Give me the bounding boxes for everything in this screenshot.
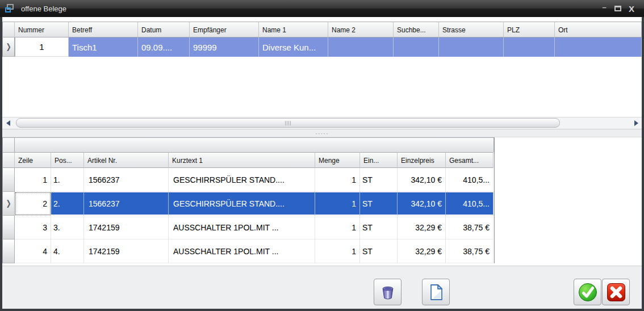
position-row-3[interactable]: 3 3. 1742159 AUSSCHALTER 1POL.MIT ... 1 … xyxy=(2,216,494,239)
cell-gesamt[interactable]: 38,75 € xyxy=(446,239,494,263)
position-row-2-selected[interactable]: ❯ 2 2. 1566237 GESCHIRRSPÜLER STAND.... … xyxy=(2,192,494,216)
cell-zeile[interactable]: 4 xyxy=(15,239,51,263)
row-indicator-icon: ❯ xyxy=(6,43,11,51)
cell-empfaenger[interactable]: 99999 xyxy=(190,37,259,57)
cell-artikel-nr[interactable]: 1566237 xyxy=(84,192,169,216)
scroll-right-icon xyxy=(634,120,638,126)
cell-zeile-focused[interactable]: 2 xyxy=(15,192,51,216)
column-header-plz[interactable]: PLZ xyxy=(504,22,555,37)
column-header-empfaenger[interactable]: Empfänger xyxy=(190,22,259,37)
trash-icon xyxy=(379,283,397,301)
window-title: offene Belege xyxy=(21,5,66,13)
positions-grid: Zeile Pos... Artikel Nr. Kurztext 1 Meng… xyxy=(2,137,495,263)
new-document-icon xyxy=(428,283,445,301)
cell-menge[interactable]: 1 xyxy=(315,216,360,239)
column-header-gesamt[interactable]: Gesamt... xyxy=(446,152,494,168)
cell-zeile[interactable]: 1 xyxy=(15,168,51,192)
check-icon xyxy=(578,282,598,302)
column-header-strasse[interactable]: Strasse xyxy=(439,22,504,37)
cell-einheit[interactable]: ST xyxy=(360,239,398,263)
scroll-left-button[interactable] xyxy=(2,117,14,129)
cell-gesamt[interactable]: 410,5... xyxy=(446,192,494,216)
position-row-1[interactable]: 1 1. 1566237 GESCHIRRSPÜLER STAND.... 1 … xyxy=(2,168,494,192)
column-header-zeile[interactable]: Zeile xyxy=(15,152,51,168)
row-selector[interactable] xyxy=(2,239,15,263)
cell-artikel-nr[interactable]: 1742159 xyxy=(84,239,169,263)
row-selector[interactable] xyxy=(2,216,15,239)
position-row-4[interactable]: 4 4. 1742159 AUSSCHALTER 1POL.MIT ... 1 … xyxy=(2,239,494,263)
cell-menge[interactable]: 1 xyxy=(315,168,360,192)
cell-kurztext1[interactable]: AUSSCHALTER 1POL.MIT ... xyxy=(169,216,315,239)
minimize-button[interactable]: – xyxy=(597,3,611,14)
column-header-suchbegriff[interactable]: Suchbe... xyxy=(394,22,439,37)
cell-pos[interactable]: 1. xyxy=(51,168,84,192)
cell-artikel-nr[interactable]: 1742159 xyxy=(84,216,169,239)
documents-grid-header: Nummer Betreff Datum Empfänger Name 1 Na… xyxy=(2,22,642,37)
cell-ort[interactable] xyxy=(555,37,642,57)
column-header-menge[interactable]: Menge xyxy=(315,152,360,168)
documents-grid: Nummer Betreff Datum Empfänger Name 1 Na… xyxy=(2,22,642,57)
cell-pos[interactable]: 3. xyxy=(51,216,84,239)
column-header-name1[interactable]: Name 1 xyxy=(259,22,328,37)
scrollbar-thumb[interactable] xyxy=(16,118,560,128)
titlebar: offene Belege – X xyxy=(0,0,644,17)
cell-name2[interactable] xyxy=(328,37,394,57)
row-indicator-icon: ❯ xyxy=(6,200,11,208)
maximize-button[interactable] xyxy=(611,3,625,14)
cell-strasse[interactable] xyxy=(439,37,504,57)
cell-betreff[interactable]: Tisch1 xyxy=(69,37,138,57)
delete-button[interactable] xyxy=(374,279,402,305)
column-header-pos[interactable]: Pos... xyxy=(51,152,84,168)
header-corner-cell xyxy=(2,152,15,168)
cell-pos[interactable]: 4. xyxy=(51,239,84,263)
cell-zeile[interactable]: 3 xyxy=(15,216,51,239)
cell-pos[interactable]: 2. xyxy=(51,192,84,216)
cell-plz[interactable] xyxy=(504,37,555,57)
cell-einzelpreis[interactable]: 342,10 € xyxy=(398,168,446,192)
column-header-nummer[interactable]: Nummer xyxy=(15,22,69,37)
document-row-selected[interactable]: ❯ 1 Tisch1 09.09.... 99999 Diverse Kun..… xyxy=(2,37,642,57)
scroll-right-button[interactable] xyxy=(630,117,642,129)
cell-datum[interactable]: 09.09.... xyxy=(138,37,190,57)
maximize-icon xyxy=(614,6,621,11)
column-header-datum[interactable]: Datum xyxy=(138,22,190,37)
window-controls: – X xyxy=(597,3,638,14)
column-header-name2[interactable]: Name 2 xyxy=(328,22,394,37)
cell-einzelpreis[interactable]: 342,10 € xyxy=(398,192,446,216)
column-header-einheit[interactable]: Ein... xyxy=(360,152,398,168)
cell-gesamt[interactable]: 410,5... xyxy=(446,168,494,192)
column-header-artikel-nr[interactable]: Artikel Nr. xyxy=(84,152,169,168)
cell-kurztext1[interactable]: GESCHIRRSPÜLER STAND.... xyxy=(169,168,315,192)
row-selector[interactable]: ❯ xyxy=(2,192,15,216)
group-band xyxy=(2,137,494,152)
ok-button[interactable] xyxy=(574,279,601,305)
cell-nummer[interactable]: 1 xyxy=(15,37,69,57)
column-header-einzelpreis[interactable]: Einzelpreis xyxy=(398,152,446,168)
cell-gesamt[interactable]: 38,75 € xyxy=(446,216,494,239)
cell-menge[interactable]: 1 xyxy=(315,239,360,263)
column-header-ort[interactable]: Ort xyxy=(555,22,642,37)
new-document-button[interactable] xyxy=(422,279,450,305)
cell-einheit[interactable]: ST xyxy=(360,192,398,216)
cell-suchbegriff[interactable] xyxy=(394,37,439,57)
cell-kurztext1[interactable]: AUSSCHALTER 1POL.MIT ... xyxy=(169,239,315,263)
cell-name1[interactable]: Diverse Kun... xyxy=(259,37,328,57)
close-button[interactable]: X xyxy=(625,3,638,14)
cell-kurztext1[interactable]: GESCHIRRSPÜLER STAND.... xyxy=(169,192,315,216)
cell-menge[interactable]: 1 xyxy=(315,192,360,216)
row-selector[interactable] xyxy=(2,168,15,192)
cell-einheit[interactable]: ST xyxy=(360,168,398,192)
row-selector[interactable]: ❯ xyxy=(2,37,15,57)
cell-einheit[interactable]: ST xyxy=(360,216,398,239)
column-header-betreff[interactable]: Betreff xyxy=(69,22,138,37)
cell-einzelpreis[interactable]: 32,29 € xyxy=(398,239,446,263)
x-icon xyxy=(606,282,626,302)
cell-artikel-nr[interactable]: 1566237 xyxy=(84,168,169,192)
minimize-icon: – xyxy=(602,3,606,11)
horizontal-scrollbar[interactable] xyxy=(2,117,642,129)
column-header-kurztext1[interactable]: Kurztext 1 xyxy=(169,152,315,168)
group-band-fill xyxy=(15,137,494,152)
cell-einzelpreis[interactable]: 32,29 € xyxy=(398,216,446,239)
grid-splitter[interactable] xyxy=(2,129,642,137)
cancel-button[interactable] xyxy=(602,279,630,305)
